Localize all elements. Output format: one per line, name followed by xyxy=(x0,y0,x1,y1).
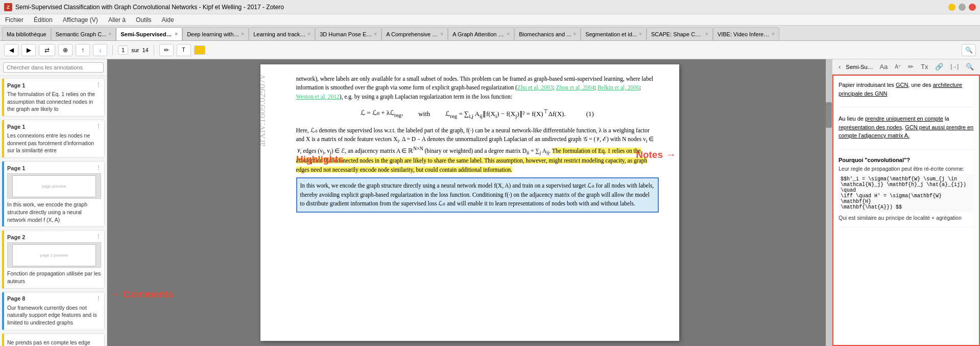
annotation-header: Page 1 ⋮ xyxy=(7,165,101,171)
menu-outils[interactable]: Outils xyxy=(134,15,154,25)
highlights-label: Highlights xyxy=(296,154,344,165)
annotation-page: Page 1 xyxy=(7,165,25,171)
tab-close-icon[interactable]: × xyxy=(772,31,775,37)
page-input[interactable]: 1 xyxy=(118,45,128,55)
tab-graphattention[interactable]: A Graph Attention S... × xyxy=(448,27,514,40)
tab-comprehensive[interactable]: A Comprehensive S... × xyxy=(381,27,448,40)
rp-aa-btn[interactable]: Aa xyxy=(877,62,890,72)
tab-bibliotheque[interactable]: Ma bibliothèque xyxy=(2,27,51,40)
annotation-menu-icon[interactable]: ⋮ xyxy=(95,123,101,130)
tab-close-icon[interactable]: × xyxy=(705,31,708,37)
note-item: Papier introduisant les GCN, une des arc… xyxy=(839,81,974,107)
window-controls xyxy=(948,4,976,11)
annotation-menu-icon[interactable]: ⋮ xyxy=(95,82,101,88)
annotation-text: Ne prends pas en compte les edge feature… xyxy=(7,339,101,346)
tab-semisupervised[interactable]: Semi-Supervised Cl... × xyxy=(116,27,182,40)
tab-close-icon[interactable]: × xyxy=(573,31,576,37)
tab-deeplearning[interactable]: Deep learning with ... × xyxy=(182,27,249,40)
annotation-page: Page 1 xyxy=(7,124,25,130)
annotation-item: Ne prends pas en compte les edge feature… xyxy=(2,333,105,346)
close-btn[interactable] xyxy=(969,4,976,11)
search-toolbar-btn[interactable]: 🔍 xyxy=(962,44,976,56)
note-text: Papier introduisant les GCN, une des arc… xyxy=(839,81,974,98)
rp-back-btn[interactable]: ‹ xyxy=(836,62,843,72)
separator1 xyxy=(112,45,113,55)
menu-edition[interactable]: Édition xyxy=(32,15,55,25)
tab-3dhuman[interactable]: 3D Human Pose Est... × xyxy=(315,27,381,40)
tab-label: Semantic Graph C... xyxy=(56,31,107,37)
scrollbar-thumb[interactable] xyxy=(826,102,832,128)
rp-tx-btn[interactable]: Tx xyxy=(919,62,930,72)
tab-segmentation[interactable]: Segmentation et id... × xyxy=(581,27,647,40)
menu-aller[interactable]: Aller à xyxy=(106,15,128,25)
toolbar-btn4[interactable]: ⊕ xyxy=(58,44,73,56)
tab-biomechanics[interactable]: Biomechanics and ... × xyxy=(514,27,581,40)
annotation-thumb: page 2 preview xyxy=(7,242,101,268)
maximize-btn[interactable] xyxy=(959,4,966,11)
toolbar-btn5[interactable]: ↑ xyxy=(76,44,90,56)
tab-label: Segmentation et id... xyxy=(585,31,637,37)
tab-close-icon[interactable]: × xyxy=(374,31,377,37)
forward-btn[interactable]: ▶ xyxy=(21,44,36,56)
tab-vibe[interactable]: VIBE: Video Inferenc... × xyxy=(713,27,779,40)
tab-close-icon[interactable]: × xyxy=(175,31,178,37)
annotation-menu-icon[interactable]: ⋮ xyxy=(95,165,101,171)
menu-fichier[interactable]: Fichier xyxy=(3,15,26,25)
rp-link-btn[interactable]: 🔗 xyxy=(933,62,945,72)
note-text: Leur regle de propagation peut être ré-é… xyxy=(839,165,974,173)
search-input[interactable] xyxy=(3,62,104,73)
annotation-page: Page 2 xyxy=(7,234,25,240)
window-title: Semi-Supervised Classification with Grap… xyxy=(15,4,948,11)
right-panel-header: ‹ Semi-Supervised Classification with Gr… xyxy=(832,59,980,75)
annotation-page: Page 8 xyxy=(7,295,25,302)
note-text: Au lieu de prendre uniquement en compte … xyxy=(839,114,974,140)
tab-close-icon[interactable]: × xyxy=(507,31,510,37)
sidebar: Page 1 ⋮ The formulation of Eq. 1 relies… xyxy=(0,59,107,346)
toolbar-btn3[interactable]: ⇄ xyxy=(39,44,55,56)
eq-with: with xyxy=(418,109,430,119)
sidebar-annotations: Page 1 ⋮ The formulation of Eq. 1 relies… xyxy=(0,76,107,346)
note-aggregation: Qui est similaire au principe de localit… xyxy=(839,214,974,222)
tab-semantic[interactable]: Semantic Graph C... × xyxy=(51,27,116,40)
rp-bracket-btn[interactable]: [→] xyxy=(948,63,961,71)
color-btn[interactable] xyxy=(194,45,205,55)
tab-close-icon[interactable]: × xyxy=(639,31,642,37)
rp-edit-btn[interactable]: ✏ xyxy=(906,62,916,72)
separator2 xyxy=(154,45,154,55)
tab-label: Biomechanics and ... xyxy=(519,31,571,37)
pdf-viewer: arXiv:1609.02907v network), where labels… xyxy=(107,59,832,346)
tab-close-icon[interactable]: × xyxy=(241,31,244,37)
menu-aide[interactable]: Aide xyxy=(160,15,176,25)
vertical-scrollbar[interactable] xyxy=(826,59,832,346)
back-btn[interactable]: ◀ xyxy=(4,44,18,56)
tab-close-icon[interactable]: × xyxy=(108,31,111,37)
menubar: Fichier Édition Affichage (V) Aller à Ou… xyxy=(0,14,980,26)
tab-close-icon[interactable]: × xyxy=(307,31,310,37)
eq-left: ℒ = ℒ₀ + λℒreg, xyxy=(361,108,403,119)
tab-label: Ma bibliothèque xyxy=(7,31,46,37)
note-bold-title: Pourquoi "convolutional"? xyxy=(839,157,974,163)
main-layout: Page 1 ⋮ The formulation of Eq. 1 relies… xyxy=(0,59,980,346)
rp-search-btn[interactable]: 🔍 xyxy=(964,62,976,72)
annotation-item: Page 1 ⋮ Les connexions entre les nodes … xyxy=(2,120,105,158)
tab-close-icon[interactable]: × xyxy=(440,31,443,37)
arxiv-watermark: arXiv:1609.02907v xyxy=(260,75,269,146)
eq-number: (1) xyxy=(586,109,594,119)
annotation-text: In this work, we encode the graph struct… xyxy=(7,201,101,223)
tab-scape[interactable]: SCAPE: Shape Com... × xyxy=(647,27,713,40)
arrow-right-icon: → xyxy=(110,288,120,300)
text-btn[interactable]: T xyxy=(177,44,191,56)
highlight-btn[interactable]: ✏ xyxy=(159,44,174,56)
titlebar: Z Semi-Supervised Classification with Gr… xyxy=(0,0,980,14)
rp-aaplus-btn[interactable]: A⁺ xyxy=(893,63,903,71)
toolbar-btn6[interactable]: ↓ xyxy=(93,44,107,56)
annotation-header: Page 2 ⋮ xyxy=(7,234,101,240)
annotation-item: Page 2 ⋮ page 2 preview Fonction de prop… xyxy=(2,230,105,288)
annotation-menu-icon[interactable]: ⋮ xyxy=(95,295,101,302)
menu-affichage[interactable]: Affichage (V) xyxy=(61,15,100,25)
tab-learning[interactable]: Learning and tracki... × xyxy=(249,27,315,40)
tab-label: Learning and tracki... xyxy=(253,31,305,37)
minimize-btn[interactable] xyxy=(948,4,955,11)
rp-title: Semi-Supervised Classification with Grap… xyxy=(846,64,874,70)
annotation-menu-icon[interactable]: ⋮ xyxy=(95,234,101,240)
